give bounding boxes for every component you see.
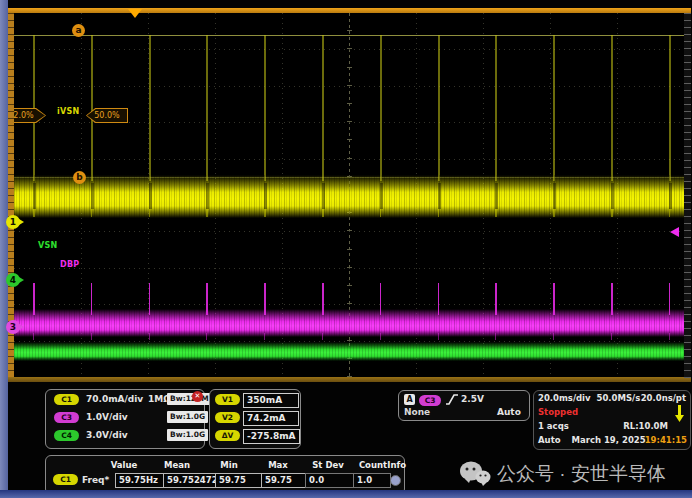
ch1-band-notch (611, 183, 614, 209)
ch3-down-spike (322, 333, 323, 340)
record-length: RL:10.0M (623, 421, 668, 431)
channel-settings-panel[interactable]: C1 70.0mA/div 1MΩ Bw:120M C3 1.0V/div Bw… (45, 389, 205, 449)
ch3-trace (14, 309, 684, 337)
rising-edge-icon (445, 393, 459, 406)
trigger-source-badge[interactable]: C3 (419, 395, 441, 406)
meas-mean: 59.752472 (163, 473, 217, 488)
ch3-down-spike (149, 333, 150, 340)
trigger-holdoff: None (404, 407, 430, 417)
ch3-spike (611, 283, 613, 315)
ch3-down-spike (495, 333, 496, 340)
cursor-b-badge[interactable]: b (73, 171, 86, 184)
ch1-pulse (322, 35, 324, 181)
timebase: 20.0ms/div (538, 393, 591, 403)
ch1-pulse (149, 35, 151, 181)
ch3-down-spike (91, 333, 92, 340)
meas-min: 59.75 (215, 473, 263, 488)
gridline-h (14, 268, 684, 269)
ch4-badge[interactable]: C4 (54, 430, 79, 441)
ch1-band-notch (206, 183, 209, 209)
meas-count: 1.0 (353, 473, 391, 488)
close-panel-button[interactable]: ✕ (192, 391, 203, 402)
meas-source-badge: C1 (53, 474, 78, 485)
gridline-h (14, 49, 684, 50)
ch3-spike (206, 283, 208, 315)
cursor-right-percent-tag[interactable]: 50.0% (86, 108, 128, 123)
ch1-down-spike (91, 209, 93, 217)
trigger-position-marker[interactable] (128, 9, 142, 18)
ch1-down-spike (438, 209, 440, 217)
ch1-marker[interactable]: 1 (6, 215, 20, 229)
ch3-spike (33, 283, 35, 315)
ch3-down-spike (611, 333, 612, 340)
trigger-panel[interactable]: A C3 2.5V None Auto (398, 390, 530, 421)
ch3-down-spike (33, 333, 34, 340)
ch1-band-notch (380, 183, 383, 209)
ch4-bandwidth[interactable]: Bw:1.0G (167, 429, 208, 441)
col-value: Value (99, 460, 149, 470)
ch4-marker-label: 4 (10, 275, 16, 285)
ch1-band-notch (322, 183, 325, 209)
ch3-spike (380, 283, 382, 315)
ch1-down-spike (380, 209, 382, 217)
label-ivsn: iVSN (57, 107, 80, 116)
ch1-down-spike (206, 209, 208, 217)
bezel-bottom (0, 490, 692, 498)
ch3-marker-label: 3 (10, 322, 16, 332)
ch1-marker-label: 1 (10, 217, 16, 227)
watermark-text: 公众号 · 安世半导体 (497, 461, 666, 487)
measurement-table[interactable]: Value Mean Min Max St Dev Count Info C1 … (45, 455, 405, 495)
ch1-band-notch (149, 183, 152, 209)
v1-value: 350mA (243, 393, 299, 408)
date: March 19, 2025 (572, 435, 646, 445)
ch3-down-spike (553, 333, 554, 340)
ch3-down-spike (669, 333, 670, 340)
trigger-mode-status: Auto (538, 435, 561, 445)
ch1-band-notch (669, 183, 672, 209)
ch3-spike (669, 283, 671, 315)
meas-value: 59.75Hz (115, 473, 165, 488)
ch4-trace (14, 342, 684, 361)
ch3-bandwidth[interactable]: Bw:1.0G (167, 411, 208, 423)
ch3-marker[interactable]: 3 (6, 320, 20, 334)
trigger-level-arrow[interactable] (670, 227, 679, 237)
ch1-down-spike (264, 209, 266, 217)
cursor-a-line[interactable] (14, 35, 684, 36)
ch1-pulse (611, 35, 613, 181)
gridline-h (14, 159, 684, 160)
meas-max: 59.75 (261, 473, 307, 488)
cursor-left-percent-label: 2.0% (14, 108, 46, 123)
sample-rate: 50.0MS/s (597, 393, 641, 403)
gridline-h (14, 86, 684, 87)
ch3-badge[interactable]: C3 (54, 412, 79, 423)
cursor-right-percent-label: 50.0% (86, 108, 128, 123)
cursor-left-percent-tag[interactable]: 2.0% (14, 108, 46, 123)
ch1-down-spike (322, 209, 324, 217)
ch1-badge[interactable]: C1 (54, 394, 79, 405)
ch1-pulse (380, 35, 382, 181)
ch1-down-spike (33, 209, 35, 217)
ch1-bandwidth[interactable]: Bw:120M (167, 393, 212, 405)
meas-name: Freq* (82, 475, 109, 485)
col-max: Max (255, 460, 301, 470)
delta-v-value: -275.8mA (243, 429, 300, 444)
col-min: Min (205, 460, 253, 470)
gridline-h (14, 231, 684, 232)
ch1-pulse (438, 35, 440, 181)
v2-badge: V2 (215, 412, 240, 423)
cursor-readout-panel[interactable]: V1 350mA V2 74.2mA ΔV -275.8mA (209, 389, 301, 449)
info-icon[interactable] (390, 475, 401, 486)
ch3-spike (322, 283, 324, 315)
ch4-marker[interactable]: 4 (6, 273, 20, 287)
cursor-a-badge[interactable]: a (72, 24, 85, 37)
watermark: 公众号 · 安世半导体 (459, 456, 689, 492)
col-mean: Mean (151, 460, 203, 470)
ch3-spike (264, 283, 266, 315)
trigger-a-box: A (404, 394, 415, 405)
ch1-band-notch (553, 183, 556, 209)
ch1-down-spike (669, 209, 671, 217)
ch1-down-spike (553, 209, 555, 217)
ch1-band-notch (33, 183, 36, 209)
ch3-spike (91, 283, 93, 315)
ch3-spike (553, 283, 555, 315)
